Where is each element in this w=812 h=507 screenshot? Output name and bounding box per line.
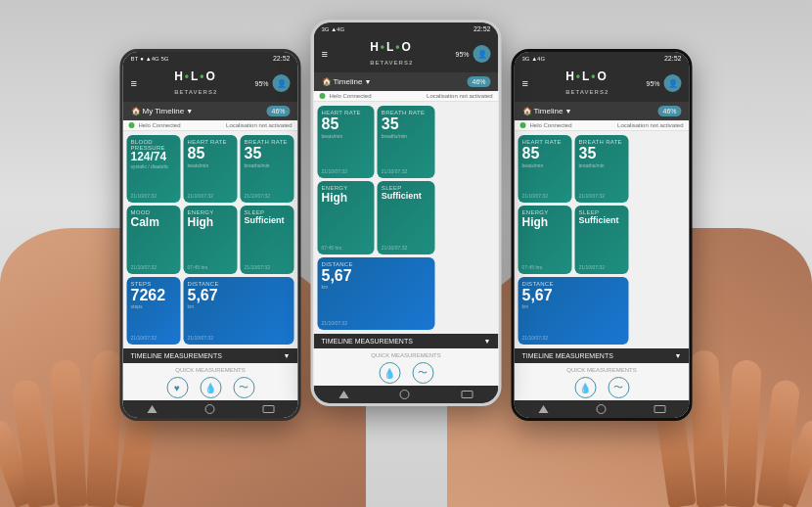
breath-rate-card-l[interactable]: Breath Rate 35 breaths/min 21/10/07:32	[241, 135, 294, 203]
timeline-btn-left[interactable]: 🏠 My Timeline ▼	[131, 107, 194, 115]
header-icons-right: 95% 👤	[646, 74, 681, 92]
back-nav-right[interactable]	[538, 405, 548, 413]
dist-value-c: 5,67	[322, 267, 352, 285]
recent-nav-left[interactable]	[262, 405, 274, 413]
back-nav-left[interactable]	[147, 405, 157, 413]
home-icon-left: 🏠	[131, 107, 141, 115]
timeline-section-center[interactable]: TIMELINE MEASUREMENTS ▼	[314, 334, 499, 348]
app-header-right: ≡ H•L•OBETAVERS2 95% 👤	[515, 65, 690, 102]
sleep-card-r[interactable]: Sleep Sufficient 21/10/07:32	[575, 206, 629, 273]
breath-rate-card-r[interactable]: Breath Rate 35 breaths/min 21/10/07:32	[575, 135, 629, 203]
connected-dot-left	[129, 122, 135, 128]
status-icons-right: 3G ▲4G	[522, 56, 546, 62]
sync-btn-left[interactable]: 46%	[266, 106, 290, 116]
bp-sublabel: systolic / diastolic	[131, 163, 169, 169]
location-label-center: Localisation not activated	[427, 93, 492, 99]
profile-icon-center[interactable]: 👤	[474, 45, 491, 63]
battery-center: 95%	[455, 51, 469, 58]
distance-card-l[interactable]: Distance 5,67 km 21/10/07:32	[184, 277, 294, 345]
blood-quick-right[interactable]: 💧	[574, 377, 596, 398]
dist-value-r: 5,67	[522, 287, 553, 304]
nav-bar-left	[123, 400, 298, 418]
energy-card-c[interactable]: Energy High 07:45 hrs	[318, 181, 375, 254]
energy-card-l[interactable]: Energy High 07:45 hrs	[184, 206, 238, 273]
home-icon-right: 🏠	[522, 107, 532, 115]
blood-pressure-card[interactable]: Blood Pressure 124/74 systolic / diastol…	[127, 135, 181, 203]
hr-date-r: 21/10/07:32	[522, 193, 548, 199]
status-bar-right: 3G ▲4G 22:52	[515, 52, 690, 65]
timeline-chevron-right: ▼	[675, 352, 682, 359]
heart-rate-card-r[interactable]: Heart Rate 85 beats/min 21/10/07:32	[519, 135, 572, 203]
scene: BT ● ▲4G 5G 22:52 ≡ H•L•OBETAVERS2 95% 👤	[0, 0, 812, 507]
energy-value-r: High	[522, 215, 549, 229]
br-date-r: 21/10/07:32	[579, 193, 605, 199]
hamburger-icon-center[interactable]: ≡	[322, 48, 328, 60]
status-icons-left: BT ● ▲4G 5G	[131, 56, 169, 62]
time-right: 22:52	[664, 55, 682, 62]
sync-btn-center[interactable]: 46%	[467, 76, 490, 87]
recent-nav-right[interactable]	[654, 405, 665, 413]
hr-date-l: 21/10/07:32	[188, 193, 213, 199]
sleep-value-l: Sufficient	[245, 215, 285, 225]
hamburger-icon[interactable]: ≡	[131, 77, 137, 89]
sleep-value-c: Sufficient	[382, 191, 422, 201]
sleep-card-l[interactable]: Sleep Sufficient 21/10/07:32	[241, 206, 294, 273]
home-nav-left[interactable]	[204, 404, 214, 414]
profile-icon-left[interactable]: 👤	[273, 74, 291, 92]
home-nav-right[interactable]	[596, 404, 606, 414]
timeline-section-left[interactable]: TIMELINE MEASUREMENTS ▼	[123, 348, 298, 363]
steps-date-l: 21/10/07:32	[131, 335, 157, 341]
distance-card-c[interactable]: Distance 5,67 km 21/10/07:32	[318, 257, 435, 330]
blood-quick-center[interactable]: 💧	[379, 362, 400, 384]
quick-icons-left: ♥ 💧 〜	[131, 377, 291, 398]
blood-quick-left[interactable]: 💧	[200, 377, 221, 398]
heart-quick-left[interactable]: ♥	[166, 377, 188, 398]
sync-btn-right[interactable]: 46%	[657, 106, 681, 116]
mood-date-l: 21/10/07:32	[131, 264, 157, 270]
nav-bar-right	[515, 400, 690, 418]
heart-rate-card-c[interactable]: Heart Rate 85 beats/min 21/10/07:32	[318, 106, 375, 178]
chevron-down-right: ▼	[564, 108, 571, 115]
timeline-measurements-label-right: TIMELINE MEASUREMENTS	[522, 352, 613, 359]
battery-right: 95%	[646, 80, 659, 87]
connected-label-right: Helo Connected	[530, 122, 572, 128]
time-left: 22:52	[273, 55, 291, 62]
timeline-chevron-left: ▼	[284, 352, 291, 359]
dist-date-r: 21/10/07:32	[522, 335, 548, 341]
steps-card-l[interactable]: Steps 7262 steps 21/10/07:32	[127, 277, 181, 345]
timeline-measurements-label-left: TIMELINE MEASUREMENTS	[131, 352, 222, 359]
bottom-section-right: TIMELINE MEASUREMENTS ▼ QUICK MEASUREMEN…	[515, 348, 690, 400]
heart-rate-card-l[interactable]: Heart Rate 85 beats/min 21/10/07:32	[184, 135, 238, 203]
connected-label-center: Helo Connected	[330, 93, 372, 99]
sub-header-left: 🏠 My Timeline ▼ 46%	[123, 102, 298, 120]
breath-rate-card-c[interactable]: Breath Rate 35 breaths/min 21/10/07:32	[378, 106, 434, 178]
hr-sublabel-l: beats/min	[188, 162, 209, 168]
energy-card-r[interactable]: Energy High 07:45 hrs	[519, 206, 572, 273]
back-nav-center[interactable]	[339, 391, 349, 398]
connected-label-left: Helo Connected	[139, 122, 181, 128]
helo-logo-right: H•L•OBETAVERS2	[565, 69, 609, 97]
timeline-btn-center[interactable]: 🏠 Timeline ▼	[322, 77, 372, 86]
home-nav-center[interactable]	[400, 390, 410, 399]
sleep-date-l: 21/10/07:32	[245, 264, 270, 270]
timeline-section-right[interactable]: TIMELINE MEASUREMENTS ▼	[515, 348, 690, 363]
distance-card-r[interactable]: Distance 5,67 km 21/10/07:32	[519, 277, 629, 345]
nav-bar-center	[314, 386, 499, 403]
br-sublabel-l: breaths/min	[245, 162, 270, 168]
ecg-quick-right[interactable]: 〜	[608, 377, 629, 398]
home-icon-center: 🏠	[322, 77, 332, 86]
ecg-quick-center[interactable]: 〜	[412, 362, 433, 384]
hr-sublabel-r: beats/min	[522, 162, 544, 168]
location-label-right: Localisation not activated	[617, 122, 683, 128]
quick-measurements-center: QUICK MEASUREMENTS 💧 〜	[314, 348, 499, 386]
hamburger-icon-right[interactable]: ≡	[522, 77, 528, 89]
profile-icon-right[interactable]: 👤	[664, 74, 682, 92]
placeholder2-c	[437, 181, 494, 254]
br-value-r: 35	[579, 145, 597, 162]
sleep-card-c[interactable]: Sleep Sufficient 21/10/07:32	[378, 181, 434, 254]
sleep-date-c: 21/10/07:32	[382, 245, 407, 251]
mood-card-l[interactable]: Mood Calm 21/10/07:32	[127, 206, 181, 273]
timeline-btn-right[interactable]: 🏠 Timeline ▼	[522, 107, 572, 115]
ecg-quick-left[interactable]: 〜	[233, 377, 254, 398]
recent-nav-center[interactable]	[461, 391, 473, 398]
